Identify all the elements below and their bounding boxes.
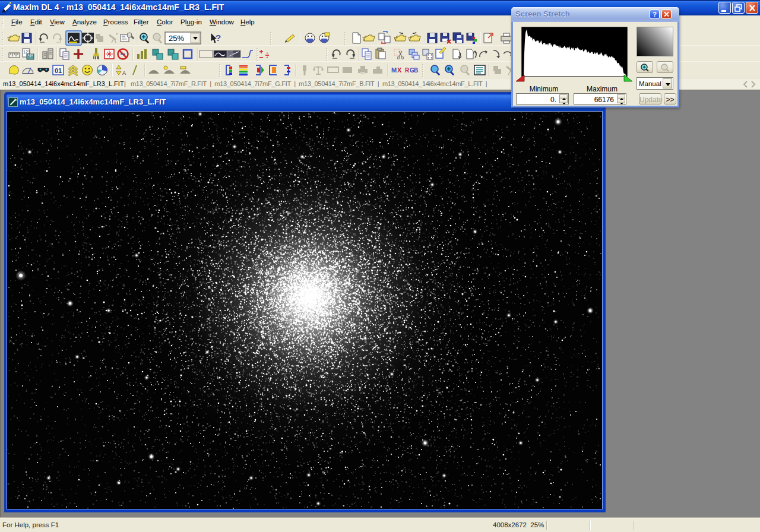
svg-text:123: 123 xyxy=(23,50,30,54)
svg-text:?: ? xyxy=(216,33,221,43)
svg-text:R: R xyxy=(405,67,410,74)
svg-text:01: 01 xyxy=(55,67,62,74)
svg-text:M: M xyxy=(391,66,397,74)
svg-text:X: X xyxy=(397,66,402,74)
svg-text:B: B xyxy=(414,67,418,74)
svg-text:A: A xyxy=(122,70,126,76)
svg-text:25%: 25% xyxy=(169,34,184,43)
